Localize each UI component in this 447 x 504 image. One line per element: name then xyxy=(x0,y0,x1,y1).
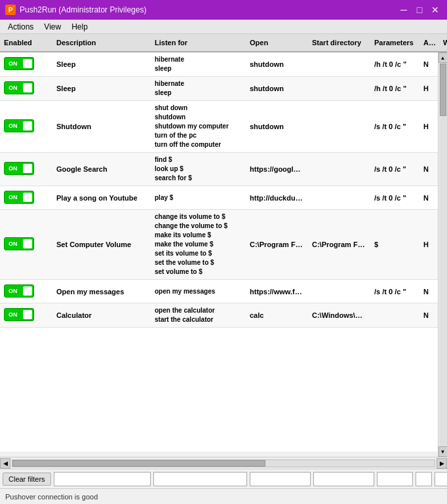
params-cell: $ xyxy=(370,238,419,251)
toggle-switch[interactable]: ON xyxy=(4,119,34,132)
listen-cell: change its volume to $ change the volume… xyxy=(151,210,246,279)
description-cell: Open my messages xyxy=(52,285,151,298)
close-button[interactable]: ✕ xyxy=(429,3,442,16)
table-row[interactable]: ONCalculatoropen the calculator start th… xyxy=(0,303,438,328)
table-row[interactable]: ONOpen my messagesopen my messageshttps:… xyxy=(0,280,438,303)
listen-cell: open the calculator start the calculator xyxy=(151,303,246,327)
startdir-cell xyxy=(308,86,370,91)
startdir-cell xyxy=(308,195,370,201)
toggle-switch[interactable]: ON xyxy=(4,81,34,94)
minimize-button[interactable]: ─ xyxy=(397,3,410,16)
col-header-w: W xyxy=(439,36,447,49)
adr-cell: H xyxy=(419,82,438,95)
description-cell: Calculator xyxy=(52,309,151,322)
horizontal-scrollbar[interactable]: ◀ ▶ xyxy=(0,457,447,469)
col-header-listen: Listen for xyxy=(151,36,246,49)
open-cell: C:\Program Files' xyxy=(246,238,308,251)
adr-cell: N xyxy=(419,309,438,322)
table-row[interactable]: ONSleephibernate sleepshutdown/h /t 0 /c… xyxy=(0,52,438,77)
filter-description-input[interactable] xyxy=(54,472,151,486)
listen-cell: shut down shutdown shutdown my computer … xyxy=(151,101,246,152)
description-cell: Set Computer Volume xyxy=(52,238,151,251)
filter-params-input[interactable] xyxy=(377,472,413,486)
params-cell: /s /t 0 /c " xyxy=(370,191,419,204)
scroll-thumb[interactable] xyxy=(440,64,446,116)
h-scroll-track[interactable] xyxy=(12,459,435,467)
scroll-right-button[interactable]: ▶ xyxy=(437,458,447,469)
col-header-description: Description xyxy=(52,36,151,49)
filter-startdir-input[interactable] xyxy=(313,472,374,486)
params-cell: /h /t 0 /c " xyxy=(370,82,419,95)
listen-cell: open my messages xyxy=(151,284,246,299)
listen-cell: hibernate sleep xyxy=(151,52,246,76)
toggle-switch[interactable]: ON xyxy=(4,191,34,204)
scroll-up-button[interactable]: ▲ xyxy=(438,52,448,63)
table-row[interactable]: ONPlay a song on Youtubeplay $http://duc… xyxy=(0,186,438,210)
menu-view[interactable]: View xyxy=(39,21,66,33)
adr-cell: N xyxy=(419,58,438,71)
toggle-switch[interactable]: ON xyxy=(4,237,34,250)
open-cell: shutdown xyxy=(246,120,308,133)
toggle-switch[interactable]: ON xyxy=(4,308,34,321)
scroll-left-button[interactable]: ◀ xyxy=(0,458,10,469)
col-header-params: Parameters xyxy=(370,36,419,49)
clear-filters-button[interactable]: Clear filters xyxy=(3,473,51,486)
table-row[interactable]: ONShutdownshut down shutdown shutdown my… xyxy=(0,101,438,153)
status-bar: Pushover connection is good xyxy=(0,488,447,504)
listen-cell: hibernate sleep xyxy=(151,77,246,100)
window-controls: ─ □ ✕ xyxy=(397,3,442,16)
filter-open-input[interactable] xyxy=(250,472,311,486)
app-icon: P xyxy=(5,5,16,15)
open-cell: calc xyxy=(246,309,308,322)
scroll-down-button[interactable]: ▼ xyxy=(438,446,448,457)
open-cell: shutdown xyxy=(246,82,308,95)
table-header: Enabled Description Listen for Open Star… xyxy=(0,34,447,52)
toggle-switch[interactable]: ON xyxy=(4,284,34,298)
description-cell: Sleep xyxy=(52,58,151,71)
menu-help[interactable]: Help xyxy=(66,21,93,33)
description-cell: Shutdown xyxy=(52,120,151,133)
title-bar-left: P Push2Run (Administrator Privileges) xyxy=(5,5,146,15)
description-cell: Google Search xyxy=(52,163,151,176)
window-title: Push2Run (Administrator Privileges) xyxy=(20,5,146,14)
col-header-startdir: Start directory xyxy=(308,36,370,49)
col-header-open: Open xyxy=(246,36,308,49)
open-cell: shutdown xyxy=(246,58,308,71)
listen-cell: find $ look up $ search for $ xyxy=(151,153,246,185)
adr-cell: N xyxy=(419,285,438,298)
col-header-adr: Adr xyxy=(419,36,439,49)
startdir-cell: C:\Windows\Syst xyxy=(308,309,370,322)
toggle-switch[interactable]: ON xyxy=(4,57,34,70)
filter-listen-input[interactable] xyxy=(153,472,247,486)
maximize-button[interactable]: □ xyxy=(413,3,426,16)
vertical-scrollbar[interactable]: ▲ ▼ xyxy=(438,52,447,457)
h-scroll-thumb[interactable] xyxy=(12,460,265,467)
filter-w-input[interactable] xyxy=(435,472,447,486)
table-row[interactable]: ONSleephibernate sleepshutdown/h /t 0 /c… xyxy=(0,77,438,101)
menu-actions[interactable]: Actions xyxy=(3,21,39,33)
filter-adr-input[interactable] xyxy=(416,472,432,486)
params-cell: /s /t 0 /c " xyxy=(370,120,419,133)
startdir-cell xyxy=(308,62,370,67)
enabled-cell: ON xyxy=(0,305,52,325)
enabled-cell: ON xyxy=(0,159,52,179)
params-cell: /s /t 0 /c " xyxy=(370,285,419,298)
listen-cell: play $ xyxy=(151,191,246,205)
description-cell: Play a song on Youtube xyxy=(52,191,151,204)
menu-bar: Actions View Help xyxy=(0,20,447,34)
toggle-switch[interactable]: ON xyxy=(4,162,34,175)
enabled-cell: ON xyxy=(0,79,52,98)
col-header-enabled: Enabled xyxy=(0,36,52,49)
enabled-cell: ON xyxy=(0,235,52,254)
scroll-track[interactable] xyxy=(439,63,447,446)
description-cell: Sleep xyxy=(52,82,151,95)
table-row[interactable]: ONSet Computer Volumechange its volume t… xyxy=(0,210,438,280)
table-body: ONSleephibernate sleepshutdown/h /t 0 /c… xyxy=(0,52,438,452)
table-row[interactable]: ONGoogle Searchfind $ look up $ search f… xyxy=(0,153,438,186)
startdir-cell xyxy=(308,124,370,129)
enabled-cell: ON xyxy=(0,54,52,74)
open-cell: https://www.face xyxy=(246,285,308,298)
enabled-cell: ON xyxy=(0,282,52,301)
enabled-cell: ON xyxy=(0,188,52,208)
adr-cell: H xyxy=(419,238,438,251)
